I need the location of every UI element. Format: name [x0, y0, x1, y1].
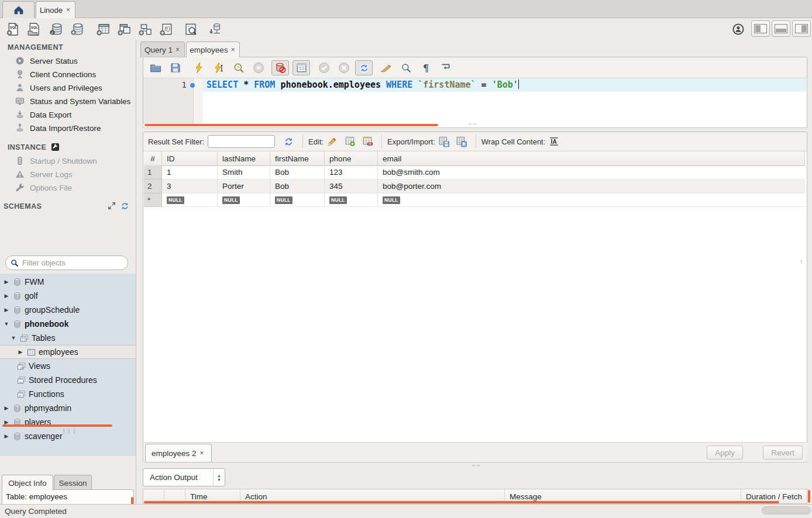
result-set-filter-input[interactable] — [208, 135, 275, 148]
sidebar-item-client-connections[interactable]: Client Connections — [15, 68, 96, 81]
connection-info-icon[interactable] — [730, 21, 746, 37]
cell-firstname[interactable]: Bob — [270, 179, 325, 194]
cell-phone[interactable]: 123 — [325, 165, 378, 179]
inspect-database-icon[interactable]: i — [48, 21, 64, 37]
create-view-icon[interactable] — [116, 21, 132, 37]
cell-null[interactable]: NULL — [378, 194, 805, 207]
tree-schema-phonebook[interactable]: ▼ phonebook — [0, 317, 136, 331]
col-header-firstname[interactable]: firstName — [270, 151, 325, 166]
toggle-autocommit-icon[interactable] — [355, 60, 373, 75]
stepper-arrows-icon[interactable]: ▲▼ — [213, 469, 225, 486]
search-table-data-icon[interactable] — [183, 21, 199, 37]
tree-schema-fwm[interactable]: ▶ FWM — [0, 275, 136, 289]
tree-table-employees[interactable]: ▶ employees — [0, 345, 136, 359]
apply-button[interactable]: Apply — [707, 446, 743, 460]
tree-folder-stored-procedures[interactable]: sp Stored Procedures — [0, 373, 136, 387]
cell-firstname[interactable]: Bob — [270, 165, 325, 179]
close-icon[interactable]: × — [230, 46, 236, 54]
editor-horizontal-scrollbar[interactable] — [144, 124, 438, 126]
reconnect-dbms-icon[interactable] — [207, 21, 223, 37]
expander-icon[interactable]: ▶ — [3, 293, 10, 299]
tab-employees-2[interactable]: employees 2 × — [145, 444, 212, 462]
bottom-right-scrollbar-thumb[interactable] — [762, 506, 811, 514]
toggle-bottom-panel-button[interactable] — [772, 20, 790, 37]
create-procedure-icon[interactable] — [137, 21, 153, 37]
sidebar-item-server-logs[interactable]: Server Logs — [15, 168, 73, 181]
revert-button[interactable]: Revert — [763, 446, 803, 460]
wrap-text-icon[interactable] — [438, 61, 453, 75]
cell-id[interactable]: 3 — [162, 179, 218, 194]
refresh-grid-icon[interactable] — [281, 135, 295, 148]
close-icon[interactable]: × — [65, 6, 71, 14]
new-row-marker[interactable]: * — [144, 194, 162, 207]
edit-cell-icon[interactable] — [325, 135, 339, 148]
expander-icon[interactable]: ▼ — [3, 321, 10, 327]
find-icon[interactable] — [398, 61, 414, 75]
expander-icon[interactable]: ▼ — [10, 335, 17, 341]
rollback-icon[interactable] — [336, 61, 352, 75]
col-header-phone[interactable]: phone — [325, 151, 378, 166]
cell-lastname[interactable]: Porter — [218, 179, 270, 194]
tree-folder-functions[interactable]: fn Functions — [0, 387, 136, 401]
cell-id[interactable]: 1 — [162, 165, 218, 179]
result-grid-right-splitter-grip[interactable]: ⠇ — [800, 260, 805, 265]
limit-rows-icon[interactable] — [293, 60, 310, 75]
editor-results-splitter-grip[interactable]: ⠒⠒ — [468, 122, 478, 127]
execute-query-icon[interactable] — [191, 61, 207, 75]
cell-null[interactable]: NULL — [325, 194, 378, 207]
sidebar-item-data-import[interactable]: Data Import/Restore — [15, 122, 101, 134]
tab-object-info[interactable]: Object Info — [2, 475, 53, 491]
close-icon[interactable]: × — [174, 46, 181, 54]
expander-icon[interactable]: ▶ — [3, 405, 10, 411]
stop-query-icon[interactable] — [251, 61, 266, 75]
wrap-cell-content-icon[interactable]: IA — [547, 135, 561, 148]
expander-icon[interactable]: ▶ — [17, 349, 24, 355]
tab-session[interactable]: Session — [54, 475, 92, 491]
beautify-script-icon[interactable] — [379, 61, 394, 75]
create-schema-icon[interactable] — [69, 21, 85, 37]
tree-schema-players[interactable]: ▶ players — [0, 415, 136, 429]
cell-email[interactable]: bob@smith.com — [378, 165, 805, 179]
tree-schema-phpmyadmin[interactable]: ▶ phpmyadmin — [0, 401, 136, 415]
toggle-left-sidebar-button[interactable] — [751, 20, 770, 37]
col-header-id[interactable]: ID — [162, 151, 218, 166]
create-table-icon[interactable] — [95, 21, 111, 37]
cell-null[interactable]: NULL — [162, 194, 218, 207]
tree-schema-golf[interactable]: ▶ golf — [0, 289, 136, 303]
tab-employees[interactable]: employees × — [186, 42, 240, 57]
col-header-email[interactable]: email — [378, 151, 805, 166]
cell-phone[interactable]: 345 — [325, 179, 378, 194]
action-output-selector[interactable]: Action Output ▲▼ — [143, 468, 225, 486]
connection-tab[interactable]: Linode × — [36, 1, 75, 18]
cell-null[interactable]: NULL — [218, 194, 270, 207]
export-recordset-icon[interactable] — [437, 135, 451, 148]
create-function-icon[interactable]: f() — [158, 21, 174, 37]
close-icon[interactable]: × — [199, 449, 205, 457]
action-output-horizontal-scrollbar[interactable] — [144, 501, 779, 503]
toggle-right-sidebar-button[interactable] — [792, 20, 811, 37]
import-records-icon[interactable] — [455, 135, 469, 148]
refresh-schemas-icon[interactable] — [121, 202, 129, 210]
tree-schema-groupschedule[interactable]: ▶ groupSchedule — [0, 303, 136, 317]
toggle-stop-on-error-icon[interactable] — [271, 60, 289, 75]
sidebar-item-users-privileges[interactable]: Users and Privileges — [15, 81, 102, 94]
expander-icon[interactable]: ▶ — [3, 307, 10, 313]
cell-email[interactable]: bob@porter.com — [378, 179, 805, 194]
sidebar-item-data-export[interactable]: Data Export — [15, 108, 71, 121]
action-output-vertical-scrollbar[interactable] — [808, 490, 810, 503]
row-number[interactable]: 2 — [144, 179, 162, 194]
add-row-icon[interactable] — [343, 135, 357, 148]
tree-horizontal-scrollbar[interactable] — [2, 424, 112, 427]
explain-query-icon[interactable] — [231, 61, 246, 75]
sidebar-item-options-file[interactable]: Options File — [15, 181, 72, 194]
tree-folder-tables[interactable]: ▼ Tables — [0, 331, 136, 345]
expander-icon[interactable]: ▶ — [3, 279, 10, 285]
sidebar-splitter-grip[interactable]: | | | — [63, 428, 76, 434]
sidebar-item-startup-shutdown[interactable]: Startup / Shutdown — [15, 154, 97, 167]
execute-current-statement-icon[interactable] — [211, 61, 226, 75]
new-sql-tab-icon[interactable]: SQL — [5, 21, 21, 37]
sidebar-item-server-status[interactable]: Server Status — [15, 54, 78, 67]
results-output-splitter-grip[interactable]: ⠒⠒ — [472, 463, 481, 469]
save-script-icon[interactable] — [168, 61, 183, 75]
tab-query-1[interactable]: Query 1 × — [140, 42, 185, 57]
